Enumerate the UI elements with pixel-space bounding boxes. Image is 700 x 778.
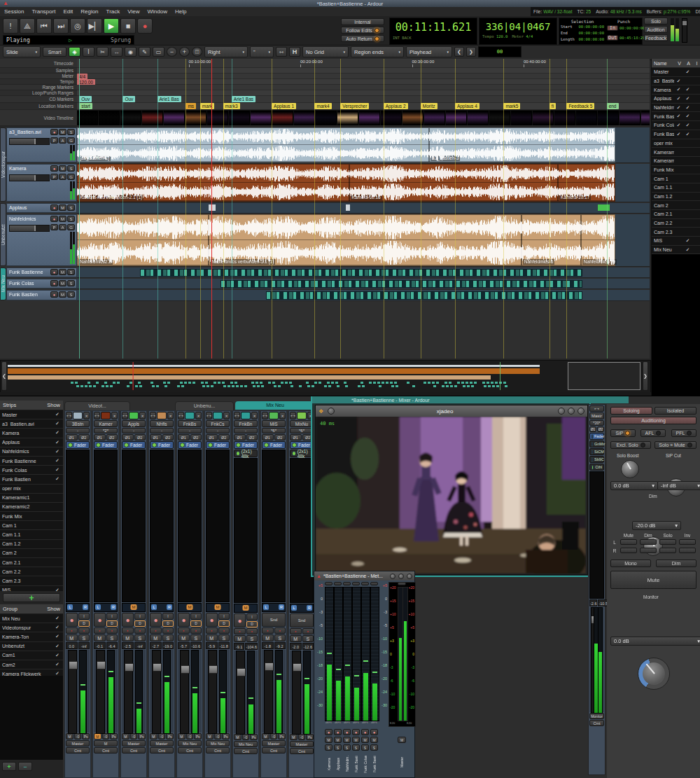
strips-list-item[interactable]: Kamera✓ <box>0 429 63 438</box>
strip-input-button[interactable]: *2* <box>94 428 118 433</box>
monitor-mute-l-button[interactable] <box>620 539 637 545</box>
meterpoint-1[interactable]: -0 <box>130 733 138 739</box>
menu-session[interactable]: Session <box>4 8 24 15</box>
meterpoint-1[interactable]: -0 <box>270 733 278 739</box>
exclusive-solo-button[interactable]: Excl. Solo <box>610 441 651 449</box>
strip-mute-button[interactable]: M <box>234 635 246 642</box>
strip-pan-widget[interactable]: M <box>206 603 230 612</box>
meter-cap-button[interactable] <box>352 582 360 585</box>
strip-output-button[interactable]: Mix Neu <box>234 741 258 747</box>
strip-fader-handle[interactable] <box>97 661 106 669</box>
strip-narrow-button[interactable]: ⇤⇥ <box>150 412 156 419</box>
strip-phase-ø1[interactable]: Ø1 <box>66 434 78 440</box>
strip-input-button[interactable]: - <box>234 428 258 433</box>
timeline-rulers[interactable]: 00:10:00:0000:20:00:0000:30:00:0000:40:0… <box>77 59 650 126</box>
ruler-label-meter[interactable]: Meter <box>0 74 77 79</box>
strips-list-item[interactable]: Funk Colas✓ <box>0 466 63 475</box>
monitor-processor-box[interactable] <box>589 471 604 599</box>
location-marker-ms[interactable]: ms <box>186 103 196 109</box>
strip-record-button[interactable]: ● <box>66 613 78 627</box>
strip-color-swatch[interactable] <box>157 412 167 419</box>
track-mute-button[interactable]: M <box>59 204 66 211</box>
group-list-check[interactable]: ✓ <box>54 644 61 649</box>
meter-solo-button[interactable]: S <box>370 744 378 751</box>
monitor-input-button[interactable]: I <box>106 613 118 620</box>
strip-comments-button[interactable]: Cmt <box>206 747 230 753</box>
strip-lock-button[interactable]: ● <box>78 627 90 634</box>
tracklist-row[interactable]: MiS✓ <box>652 237 700 246</box>
strip-processor-box[interactable] <box>234 458 258 603</box>
strip-solo-button[interactable]: S <box>162 634 174 641</box>
strip-lock-button[interactable]: ● <box>106 627 118 634</box>
menu-window[interactable]: Window <box>147 8 167 15</box>
cut-tool[interactable]: ✂ <box>97 47 108 57</box>
range-tool[interactable]: Ⅰ <box>83 47 94 57</box>
marker-scope-select[interactable]: "▾ <box>250 46 274 57</box>
tracklist-row[interactable]: Applaus✓✓ <box>652 95 700 104</box>
strips-list-check[interactable]: ✓ <box>54 440 61 445</box>
strip-record-button[interactable]: ● <box>150 613 162 627</box>
strips-list-check[interactable]: ✓ <box>54 467 61 473</box>
solo-boost-knob[interactable] <box>621 460 639 478</box>
strip-solo-button[interactable]: S <box>106 634 118 641</box>
tracklist-row[interactable]: Kameramic2 <box>652 157 700 166</box>
strip-fader-slot[interactable] <box>96 650 105 734</box>
track-mute-button[interactable]: M <box>59 165 66 172</box>
tracklist-a-check[interactable]: ✓ <box>683 87 692 92</box>
tracklist-col-name[interactable]: Name <box>652 61 675 66</box>
strip-close-button[interactable]: ✕ <box>251 412 258 419</box>
location-marker-Applaus-2[interactable]: Applaus 2 <box>384 103 408 109</box>
strip-phase-ø2[interactable]: Ø2 <box>190 434 202 440</box>
group-list-item[interactable]: Cam2✓ <box>0 660 63 669</box>
strip-phase-ø2[interactable]: Ø2 <box>162 434 174 440</box>
strip-phase-ø1[interactable]: Ø1 <box>150 434 162 440</box>
strip-narrow-button[interactable]: ⇤⇥ <box>94 412 100 419</box>
ruler-label-tempo[interactable]: Tempo <box>0 79 77 85</box>
zoom-in-button[interactable]: + <box>179 47 190 57</box>
track-solo-button[interactable]: S <box>67 291 75 298</box>
strip-iso-button[interactable]: ● <box>66 627 78 634</box>
strip-fader-processor[interactable]: Fader <box>122 441 146 449</box>
isolated-button[interactable]: Isolated <box>654 407 696 415</box>
strip-output-button[interactable]: Master <box>150 740 174 746</box>
grid-type-select[interactable]: Region ends▾ <box>351 46 404 57</box>
strip-peak-display[interactable]: -inf <box>78 642 90 649</box>
group-tab-videotonspur[interactable]: Videotonspur <box>0 127 6 202</box>
track-solo-button[interactable]: S <box>67 280 75 286</box>
location-marker-Applaus-4[interactable]: Applaus 4 <box>455 103 479 109</box>
location-marker-fi[interactable]: fi <box>550 103 556 109</box>
region[interactable]: a3_Bastien-3 <box>429 127 615 162</box>
menu-view[interactable]: View <box>127 8 139 15</box>
strip-lock-button[interactable]: ● <box>190 627 202 634</box>
track-record-button[interactable]: ● <box>50 291 58 298</box>
strip-processor-box[interactable] <box>150 450 174 602</box>
strip-fader-handle[interactable] <box>209 665 218 674</box>
track-name-label[interactable]: Funk Bastienne <box>9 270 43 275</box>
secondary-clock[interactable]: 336|04|0467 Tempo 120.0 Meter 4/4 <box>479 18 557 45</box>
dim-value[interactable]: -20.0 dB▾ <box>632 521 681 530</box>
group-list-item[interactable]: Mix Neu✓ <box>0 614 63 623</box>
meterpoint-2[interactable]: Ps <box>82 733 90 739</box>
strip-fader-handle[interactable] <box>125 663 134 672</box>
cd-marker-Ouv[interactable]: Ouv <box>79 96 92 102</box>
strip-record-button[interactable]: ● <box>94 613 106 627</box>
meterpoint-0[interactable]: M <box>94 733 102 739</box>
video-close-icon[interactable] <box>578 408 584 415</box>
strip-fader-processor[interactable]: Fader <box>206 441 230 449</box>
meterpoint-1[interactable]: -0 <box>102 733 110 739</box>
strip-pan-widget[interactable]: LR <box>262 603 286 612</box>
strip-fader-processor[interactable]: Fader <box>290 441 314 449</box>
meterpoint-0[interactable]: M <box>66 733 74 739</box>
region[interactable]: Kamera-neu verbunden-2.1 (1) <box>77 164 349 202</box>
location-marker-Moritz[interactable]: Moritz <box>421 103 438 109</box>
track-mute-button[interactable]: M <box>59 269 66 275</box>
group-list-item[interactable]: Unbenutzt✓ <box>0 642 63 651</box>
strip-peak-display[interactable]: -11.8 <box>218 642 230 649</box>
strip-name-button[interactable]: Appls <box>122 420 146 427</box>
strip-mute-button[interactable]: M <box>66 634 78 641</box>
strip-phase-ø2[interactable]: Ø2 <box>106 434 118 440</box>
tracklist-a-check[interactable]: ✓ <box>683 96 692 102</box>
track-record-button[interactable]: ● <box>50 269 58 275</box>
strips-list-item[interactable]: Cam 1 <box>0 521 63 530</box>
play-button[interactable]: ▶ <box>104 18 119 34</box>
